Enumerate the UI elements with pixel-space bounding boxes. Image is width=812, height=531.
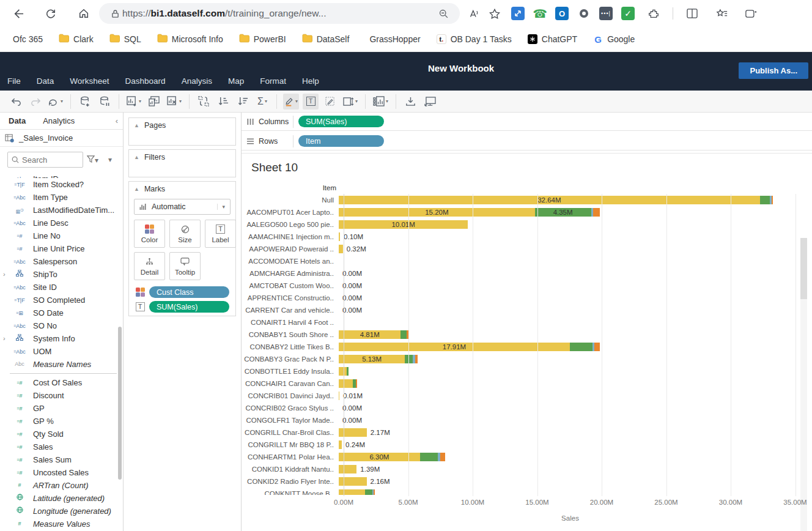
download-icon[interactable] — [402, 94, 418, 110]
chart-row[interactable]: CARRENT Car and vehicle..0.00M — [242, 304, 804, 316]
pause-updates-icon[interactable] — [97, 94, 113, 110]
chart-row-label[interactable]: ADMCHARGE Administra.. — [242, 267, 338, 280]
field-item-sales-sum[interactable]: =#Sales Sum — [0, 453, 123, 466]
menu-item-file[interactable]: File — [7, 76, 21, 86]
menu-item-dashboard[interactable]: Dashboard — [125, 76, 166, 86]
bookmark-grasshopper[interactable]: GrassHopper — [365, 34, 420, 44]
chart-row[interactable]: AMCTOBAT Custom Woo..0.00M — [242, 280, 804, 292]
bookmark-google[interactable]: GGoogle — [593, 34, 635, 44]
chart-column-header[interactable]: Item — [323, 184, 336, 191]
chart-row-label[interactable]: CONAIRT1 Harvil 4 Foot .. — [242, 316, 338, 329]
bar-segment[interactable] — [415, 355, 418, 363]
field-item-gp-[interactable]: =#GP % — [0, 415, 123, 428]
bar-segment[interactable] — [365, 489, 372, 495]
bar-segment[interactable] — [570, 343, 592, 351]
chart-vertical-scrollbar[interactable] — [800, 238, 807, 531]
field-item-lastmodifieddatetim-[interactable]: ⊞◷LastModifiedDateTim... — [0, 204, 123, 217]
bookmark-ob-day-1-tasks[interactable]: t.OB Day 1 Tasks — [437, 34, 512, 44]
undo-icon[interactable] — [8, 94, 24, 110]
chart-row[interactable]: CONBABY1 South Shore ..4.81M — [242, 329, 804, 341]
scrollbar-thumb[interactable] — [800, 238, 807, 299]
field-item-measure-values[interactable]: #Measure Values — [0, 518, 123, 530]
chart-row-label[interactable]: CONHEARTM1 Polar Hea.. — [242, 451, 338, 463]
zoom-out-icon[interactable] — [433, 3, 454, 24]
fix-axes-icon[interactable]: ▾ — [342, 94, 359, 110]
presentation-mode-icon[interactable] — [422, 94, 438, 110]
chart-row-label[interactable]: AALEGO500 Lego 500 pie.. — [242, 218, 338, 231]
home-icon[interactable] — [73, 3, 94, 24]
marks-button-detail[interactable]: Detail — [134, 252, 165, 280]
expand-icon[interactable]: › — [3, 332, 6, 345]
collapse-pane-icon[interactable]: ‹ — [116, 116, 118, 125]
chart-row[interactable]: AAPOWERAID Poweraid ..0.32M — [242, 243, 804, 255]
bar-segment[interactable] — [339, 477, 367, 486]
chart-row[interactable]: CONAIRT1 Harvil 4 Foot .. — [242, 316, 804, 329]
bar-segment[interactable] — [339, 245, 343, 253]
pill-item[interactable]: Item — [298, 135, 384, 147]
field-item-so-date[interactable]: =⊞SO Date — [0, 306, 123, 319]
collapse-pages-icon[interactable]: ▲ — [134, 122, 139, 128]
search-box[interactable] — [7, 152, 83, 168]
menu-item-map[interactable]: Map — [228, 76, 244, 86]
redo-icon[interactable] — [28, 94, 43, 110]
field-item-item-type[interactable]: =AbcItem Type — [0, 191, 123, 204]
bookmark-microsoft-info[interactable]: Microsoft Info — [157, 34, 223, 45]
chart-row-label[interactable]: CONKID1 Kiddraft Nantu.. — [242, 463, 338, 475]
chart-row[interactable]: CONKID2 Radio Flyer Inte..2.16M — [242, 475, 804, 488]
chart-row[interactable]: CONBABY2 Little Tikes B..17.91M — [242, 341, 804, 353]
copilot-icon[interactable] — [740, 3, 761, 24]
chart-row-label[interactable]: CONKID2 Radio Flyer Inte.. — [242, 475, 338, 488]
marks-button-size[interactable]: Size — [169, 220, 201, 248]
new-datasource-icon[interactable] — [77, 94, 93, 110]
bookmark-powerbi[interactable]: PowerBI — [239, 34, 286, 45]
menu-item-help[interactable]: Help — [302, 76, 319, 86]
field-list-scrollbar[interactable] — [118, 327, 122, 480]
bar-segment[interactable] — [760, 196, 770, 204]
chart-row[interactable]: Null32.64M — [242, 194, 804, 206]
search-input[interactable] — [22, 155, 71, 165]
bookmark-dataself[interactable]: DataSelf — [302, 34, 350, 45]
chart-row[interactable]: AACOMPUT01 Acer Lapto..15.20M4.35M — [242, 206, 804, 218]
split-screen-icon[interactable] — [682, 3, 703, 24]
chart-row[interactable]: CONGOLFR1 Taylor Made..0.00M — [242, 414, 804, 426]
collapse-filters-icon[interactable]: ▲ — [134, 154, 139, 160]
filter-fields-icon[interactable]: ▾ — [87, 155, 98, 165]
field-item-artran-count-[interactable]: #ARTran (Count) — [0, 479, 123, 492]
back-icon[interactable] — [7, 3, 28, 24]
bar-segment[interactable] — [339, 367, 347, 376]
field-item-measure-names[interactable]: AbcMeasure Names — [0, 358, 123, 371]
field-item-qty-sold[interactable]: =#Qty Sold — [0, 428, 123, 440]
bookmark-sql[interactable]: SQL — [109, 34, 141, 45]
marks-button-label[interactable]: TLabel — [205, 220, 236, 248]
extensions-puzzle-icon[interactable] — [643, 3, 664, 24]
address-bar[interactable]: https://bi1.dataself.com/t/training_oran… — [99, 3, 460, 24]
bar-segment[interactable] — [339, 379, 353, 388]
chart-row-label[interactable]: ACCOMODATE Hotels an.. — [242, 255, 338, 267]
chart-row[interactable]: APPRENTICE Constructio..0.00M — [242, 292, 804, 304]
menu-item-analysis[interactable]: Analysis — [182, 76, 212, 86]
pill-sum-sales-[interactable]: SUM(Sales) — [149, 301, 229, 313]
marks-button-tooltip[interactable]: Tooltip — [169, 252, 201, 280]
field-item-longitude-generated-[interactable]: Longitude (generated) — [0, 505, 123, 518]
datasource-row[interactable]: _Sales_Invoice — [0, 130, 123, 147]
field-item-line-unit-price[interactable]: =#Line Unit Price — [0, 242, 123, 255]
chart-row[interactable]: ACCOMODATE Hotels an.. — [242, 255, 804, 267]
bar-segment[interactable] — [339, 465, 356, 473]
field-item-system-info[interactable]: ›System Info — [0, 332, 123, 345]
read-aloud-icon[interactable] — [463, 3, 484, 24]
chart-row[interactable]: CONKID1 Kiddraft Nantu..1.39M — [242, 463, 804, 475]
grasshopper-phone-icon[interactable]: ☎ — [533, 7, 547, 20]
bar-segment[interactable] — [420, 453, 438, 461]
chart-row[interactable]: CONKNITT Moose B.. — [242, 488, 804, 495]
field-item-latitude-generated-[interactable]: Latitude (generated) — [0, 492, 123, 505]
chart-row[interactable]: CONGRILLT Mr BBQ 18 P..0.24M — [242, 439, 804, 451]
chart-row-label[interactable]: APPRENTICE Constructio.. — [242, 292, 338, 304]
bar-segment[interactable] — [339, 392, 339, 400]
menu-item-worksheet[interactable]: Worksheet — [70, 76, 109, 86]
chart-row-label[interactable]: CONCRIB02 Graco Stylus .. — [242, 402, 338, 414]
chart-row[interactable]: CONCRIB01 Davinci Jayd..0.01M — [242, 390, 804, 402]
collapse-marks-icon[interactable]: ▲ — [134, 186, 139, 192]
sort-ascending-icon[interactable] — [215, 94, 231, 110]
remote-desktop-icon[interactable] — [511, 7, 525, 20]
expand-icon[interactable]: › — [3, 268, 6, 281]
